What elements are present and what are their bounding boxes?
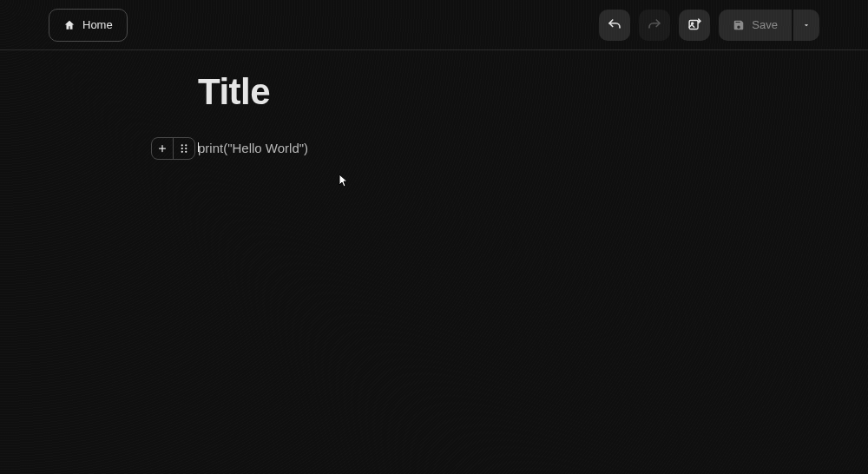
add-block-button[interactable] xyxy=(152,138,173,159)
svg-point-5 xyxy=(185,147,187,148)
save-group: Save xyxy=(719,10,819,41)
header-bar: Home Save xyxy=(0,0,868,50)
save-button[interactable]: Save xyxy=(719,10,792,41)
page-title[interactable]: Title xyxy=(198,71,868,113)
drag-handle-button[interactable] xyxy=(174,138,194,159)
save-dropdown-button[interactable] xyxy=(793,10,819,41)
undo-button[interactable] xyxy=(599,10,630,41)
image-export-button[interactable] xyxy=(679,10,710,41)
redo-icon xyxy=(647,17,662,33)
toolbar-right: Save xyxy=(599,10,819,41)
home-label: Home xyxy=(82,18,113,31)
svg-point-6 xyxy=(181,150,183,152)
content-block: print("Hello World") xyxy=(198,141,868,155)
block-controls xyxy=(151,137,195,160)
home-icon xyxy=(63,19,76,31)
save-label: Save xyxy=(752,18,778,31)
svg-point-4 xyxy=(181,147,183,148)
plus-icon xyxy=(157,143,168,154)
svg-rect-0 xyxy=(689,21,698,30)
undo-icon xyxy=(607,17,622,33)
svg-point-7 xyxy=(185,150,187,152)
home-button[interactable]: Home xyxy=(49,9,128,42)
chevron-down-icon xyxy=(802,21,811,30)
mouse-cursor xyxy=(339,174,349,188)
drag-handle-icon xyxy=(180,143,188,154)
redo-button[interactable] xyxy=(639,10,670,41)
svg-point-2 xyxy=(181,144,183,146)
image-icon xyxy=(687,17,702,32)
save-icon xyxy=(733,19,745,31)
code-text[interactable]: print("Hello World") xyxy=(198,141,308,155)
editor-content: Title print("Hello World") xyxy=(0,50,868,155)
svg-point-3 xyxy=(185,144,187,146)
